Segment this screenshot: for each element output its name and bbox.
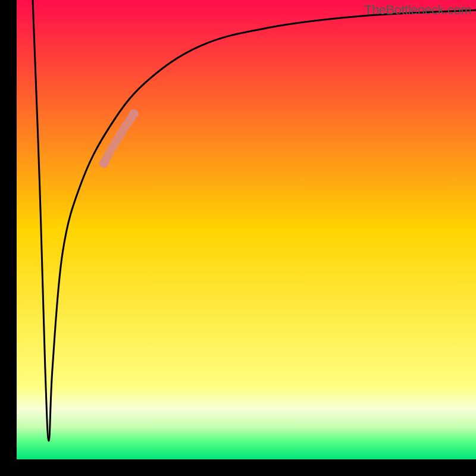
plot-area bbox=[17, 0, 476, 459]
x-axis-strip bbox=[0, 459, 476, 476]
highlight-band-endcap bbox=[129, 109, 139, 118]
chart-container: TheBottleneck.com bbox=[0, 0, 476, 476]
y-axis-strip bbox=[0, 0, 17, 476]
gradient-background bbox=[17, 0, 476, 459]
chart-svg bbox=[17, 0, 476, 459]
highlight-band-endcap bbox=[99, 158, 109, 168]
